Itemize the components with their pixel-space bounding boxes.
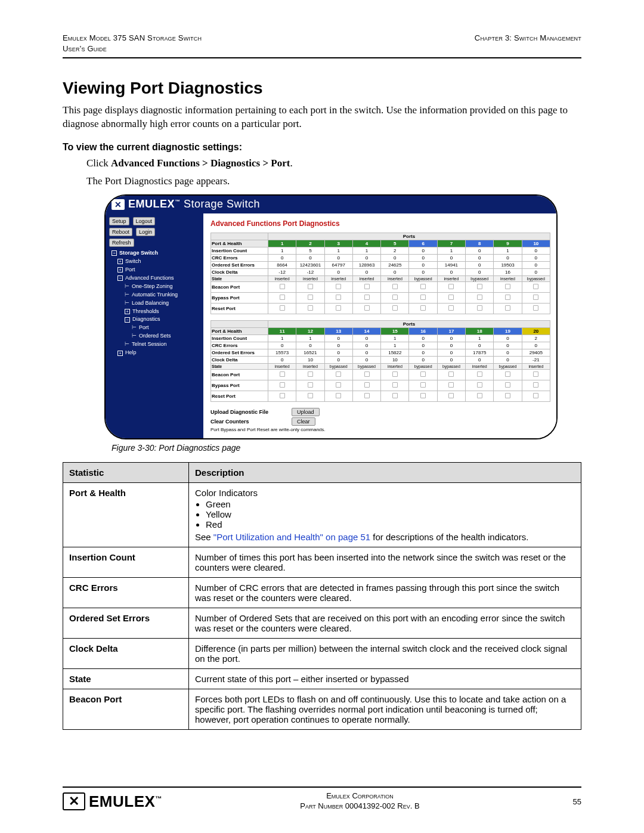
bypass-port-checkbox[interactable]: [533, 295, 538, 300]
tree-item[interactable]: Port: [109, 324, 200, 332]
port-health-cell[interactable]: 1: [268, 240, 296, 247]
bypass-port-checkbox[interactable]: [392, 382, 398, 388]
beacon-port-checkbox[interactable]: [308, 284, 313, 289]
bypass-port-checkbox[interactable]: [533, 382, 538, 388]
tree-item[interactable]: −Advanced Functions: [109, 274, 200, 283]
bypass-port-checkbox[interactable]: [505, 382, 510, 388]
port-health-cell[interactable]: 16: [409, 327, 437, 335]
reset-port-checkbox[interactable]: [308, 393, 313, 398]
port-health-cell[interactable]: 6: [409, 240, 437, 247]
clear-button[interactable]: Clear: [292, 417, 315, 426]
beacon-port-checkbox[interactable]: [364, 284, 369, 289]
reset-port-checkbox[interactable]: [336, 393, 341, 398]
beacon-port-checkbox[interactable]: [505, 284, 510, 289]
bypass-port-checkbox[interactable]: [420, 295, 426, 300]
beacon-port-checkbox[interactable]: [477, 284, 482, 289]
beacon-port-checkbox[interactable]: [336, 284, 341, 289]
beacon-port-checkbox[interactable]: [420, 371, 426, 377]
cross-reference-link[interactable]: "Port Utilization and Health" on page 51: [213, 532, 370, 542]
upload-button[interactable]: Upload: [292, 408, 320, 416]
tree-item[interactable]: +Switch: [109, 258, 200, 266]
tree-item[interactable]: −Diagnostics: [109, 315, 200, 324]
bypass-port-checkbox[interactable]: [392, 295, 398, 300]
tree-item[interactable]: +Thresholds: [109, 308, 200, 316]
logout-button[interactable]: Logout: [133, 217, 156, 225]
bypass-port-checkbox[interactable]: [280, 382, 285, 388]
bypass-port-checkbox[interactable]: [336, 382, 341, 388]
port-health-cell[interactable]: 15: [381, 327, 409, 335]
port-health-cell[interactable]: 7: [437, 240, 465, 247]
reset-port-checkbox[interactable]: [364, 393, 369, 398]
beacon-port-checkbox[interactable]: [364, 371, 369, 377]
port-health-cell[interactable]: 12: [296, 327, 324, 335]
beacon-port-checkbox[interactable]: [392, 284, 398, 289]
setup-button[interactable]: Setup: [109, 217, 129, 225]
reset-port-checkbox[interactable]: [280, 393, 285, 398]
tree-item[interactable]: One-Step Zoning: [109, 283, 200, 291]
reset-port-checkbox[interactable]: [505, 305, 510, 311]
reset-port-checkbox[interactable]: [280, 305, 285, 311]
port-health-cell[interactable]: 14: [352, 327, 380, 335]
port-health-cell[interactable]: 3: [324, 240, 352, 247]
beacon-port-checkbox[interactable]: [533, 371, 538, 377]
beacon-port-checkbox[interactable]: [448, 284, 454, 289]
port-health-cell[interactable]: 17: [437, 327, 465, 335]
reset-port-checkbox[interactable]: [448, 393, 454, 398]
tree-item[interactable]: Ordered Sets: [109, 332, 200, 340]
bypass-port-checkbox[interactable]: [420, 382, 426, 388]
tree-item[interactable]: Load Balancing: [109, 299, 200, 308]
reset-port-checkbox[interactable]: [392, 305, 398, 311]
beacon-port-checkbox[interactable]: [420, 284, 426, 289]
tree-root[interactable]: −Storage Switch: [109, 249, 200, 258]
beacon-port-checkbox[interactable]: [308, 371, 313, 377]
beacon-port-checkbox[interactable]: [477, 371, 482, 377]
beacon-port-checkbox[interactable]: [280, 284, 285, 289]
reset-port-checkbox[interactable]: [533, 393, 538, 398]
port-health-cell[interactable]: 18: [466, 327, 494, 335]
tree-item[interactable]: +Port: [109, 266, 200, 274]
login-button[interactable]: Login: [136, 228, 155, 236]
port-health-cell[interactable]: 8: [466, 240, 494, 247]
bypass-port-checkbox[interactable]: [477, 295, 482, 300]
beacon-port-checkbox[interactable]: [280, 371, 285, 377]
bypass-port-checkbox[interactable]: [448, 382, 454, 388]
reset-port-checkbox[interactable]: [336, 305, 341, 311]
bypass-port-checkbox[interactable]: [364, 295, 369, 300]
beacon-port-checkbox[interactable]: [392, 371, 398, 377]
beacon-port-checkbox[interactable]: [533, 284, 538, 289]
reset-port-checkbox[interactable]: [308, 305, 313, 311]
reset-port-checkbox[interactable]: [364, 305, 369, 311]
tree-item[interactable]: +Help: [109, 349, 200, 357]
port-health-cell[interactable]: 2: [296, 240, 324, 247]
reset-port-checkbox[interactable]: [392, 393, 398, 398]
refresh-button[interactable]: Refresh: [109, 239, 134, 247]
tree-item[interactable]: Telnet Session: [109, 340, 200, 349]
beacon-port-checkbox[interactable]: [448, 371, 454, 377]
bypass-port-checkbox[interactable]: [308, 382, 313, 388]
bypass-port-checkbox[interactable]: [280, 295, 285, 300]
bypass-port-checkbox[interactable]: [336, 295, 341, 300]
port-health-cell[interactable]: 20: [522, 327, 550, 335]
port-health-cell[interactable]: 13: [324, 327, 352, 335]
reset-port-checkbox[interactable]: [505, 393, 510, 398]
beacon-port-checkbox[interactable]: [505, 371, 510, 377]
bypass-port-checkbox[interactable]: [308, 295, 313, 300]
bypass-port-checkbox[interactable]: [364, 382, 369, 388]
port-health-cell[interactable]: 19: [494, 327, 522, 335]
beacon-port-checkbox[interactable]: [336, 371, 341, 377]
port-health-cell[interactable]: 5: [381, 240, 409, 247]
port-health-cell[interactable]: 9: [494, 240, 522, 247]
bypass-port-checkbox[interactable]: [505, 295, 510, 300]
port-health-cell[interactable]: 4: [352, 240, 380, 247]
bypass-port-checkbox[interactable]: [448, 295, 454, 300]
reset-port-checkbox[interactable]: [448, 305, 454, 311]
port-health-cell[interactable]: 10: [522, 240, 550, 247]
reset-port-checkbox[interactable]: [477, 393, 482, 398]
port-health-cell[interactable]: 11: [268, 327, 296, 335]
reset-port-checkbox[interactable]: [420, 305, 426, 311]
bypass-port-checkbox[interactable]: [477, 382, 482, 388]
reset-port-checkbox[interactable]: [477, 305, 482, 311]
tree-item[interactable]: Automatic Trunking: [109, 291, 200, 299]
reboot-button[interactable]: Reboot: [109, 228, 132, 236]
reset-port-checkbox[interactable]: [420, 393, 426, 398]
